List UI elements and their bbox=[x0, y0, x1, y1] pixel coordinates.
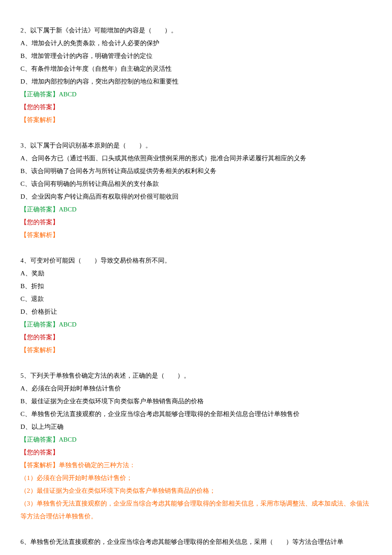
analysis-text: 单独售价确定的三种方法： bbox=[59, 462, 135, 468]
question-option: C、该合同有明确的与所转让商品相关的支付条款 bbox=[20, 177, 372, 190]
correct-answer-label: 【正确答案】 bbox=[20, 436, 59, 443]
your-answer-label: 【您的答案】 bbox=[20, 446, 372, 459]
question-block: 6、单独售价无法直接观察的，企业应当综合考虑其能够合理取得的全部相关信息，采用（… bbox=[20, 535, 372, 548]
your-answer-label: 【您的答案】 bbox=[20, 216, 372, 228]
question-block: 2、以下属于新《会计法》可能增加的内容是（ ）。A、增加会计人的免责条款，给会计… bbox=[20, 24, 372, 126]
correct-answer-label: 【正确答案】 bbox=[20, 206, 59, 213]
analysis-text: （2）最佳证据为企业在类似环境下向类似客户单独销售商品的价格； bbox=[20, 484, 372, 497]
question-block: 4、可变对价可能因（ ）导致交易价格有所不同。A、奖励B、折扣C、退款D、价格折… bbox=[20, 254, 372, 356]
question-stem: 4、可变对价可能因（ ）导致交易价格有所不同。 bbox=[20, 254, 372, 267]
question-option: D、增加内部控制的内容，突出内部控制的地位和重要性 bbox=[20, 75, 372, 88]
your-answer-label: 【您的答案】 bbox=[20, 101, 372, 113]
analysis-text: （3）单独售价无法直接观察的，企业应当综合考虑其能够合理取得的全部相关信息，采用… bbox=[20, 497, 372, 523]
question-option: A、增加会计人的免责条款，给会计人必要的保护 bbox=[20, 37, 372, 49]
correct-answer-value: ABCD bbox=[59, 91, 77, 98]
question-option: C、单独售价无法直接观察的，企业应当综合考虑其能够合理取得的全部相关信息合理估计… bbox=[20, 408, 372, 420]
question-option: A、奖励 bbox=[20, 267, 372, 280]
question-stem: 5、下列关于单独售价确定方法的表述，正确的是（ ）。 bbox=[20, 369, 372, 382]
your-answer-label: 【您的答案】 bbox=[20, 331, 372, 344]
correct-answer-line: 【正确答案】ABCD bbox=[20, 88, 372, 101]
correct-answer-line: 【正确答案】ABCD bbox=[20, 433, 372, 446]
question-option: B、该合同明确了合同各方与所转让商品或提供劳务相关的权利和义务 bbox=[20, 165, 372, 177]
correct-answer-line: 【正确答案】ABCD bbox=[20, 318, 372, 331]
question-option: B、折扣 bbox=[20, 280, 372, 292]
analysis-label: 【答案解析】 bbox=[20, 462, 59, 468]
question-option: B、增加管理会计的内容，明确管理会计的定位 bbox=[20, 49, 372, 62]
question-option: A、必须在合同开始时单独估计售价 bbox=[20, 382, 372, 395]
question-stem: 3、以下属于合同识别基本原则的是（ ）。 bbox=[20, 139, 372, 152]
question-stem: 6、单独售价无法直接观察的，企业应当综合考虑其能够合理取得的全部相关信息，采用（… bbox=[20, 535, 372, 548]
question-option: D、以上均正确 bbox=[20, 420, 372, 433]
question-option: C、有条件增加会计年度（自然年）自主确定的灵活性 bbox=[20, 62, 372, 75]
question-option: D、企业因向客户转让商品而有权取得的对价很可能收回 bbox=[20, 190, 372, 203]
question-block: 5、下列关于单独售价确定方法的表述，正确的是（ ）。A、必须在合同开始时单独估计… bbox=[20, 369, 372, 523]
correct-answer-value: ABCD bbox=[59, 321, 77, 328]
correct-answer-label: 【正确答案】 bbox=[20, 321, 59, 328]
question-option: D、价格折让 bbox=[20, 305, 372, 318]
question-option: A、合同各方已（通过书面、口头或其他依照商业惯例采用的形式）批准合同并承诺履行其… bbox=[20, 152, 372, 165]
correct-answer-value: ABCD bbox=[59, 206, 77, 213]
question-option: C、退款 bbox=[20, 292, 372, 305]
correct-answer-value: ABCD bbox=[59, 436, 77, 443]
analysis-label: 【答案解析】 bbox=[20, 228, 372, 241]
question-block: 3、以下属于合同识别基本原则的是（ ）。A、合同各方已（通过书面、口头或其他依照… bbox=[20, 139, 372, 241]
analysis-text: （1）必须在合同开始时单独估计售价； bbox=[20, 471, 372, 484]
analysis-label: 【答案解析】 bbox=[20, 113, 372, 126]
correct-answer-line: 【正确答案】ABCD bbox=[20, 203, 372, 216]
analysis-line: 【答案解析】单独售价确定的三种方法： bbox=[20, 459, 372, 471]
question-stem: 2、以下属于新《会计法》可能增加的内容是（ ）。 bbox=[20, 24, 372, 37]
question-option: B、最佳证据为企业在类似环境下向类似客户单独销售商品的价格 bbox=[20, 395, 372, 408]
analysis-label: 【答案解析】 bbox=[20, 344, 372, 356]
correct-answer-label: 【正确答案】 bbox=[20, 91, 59, 98]
